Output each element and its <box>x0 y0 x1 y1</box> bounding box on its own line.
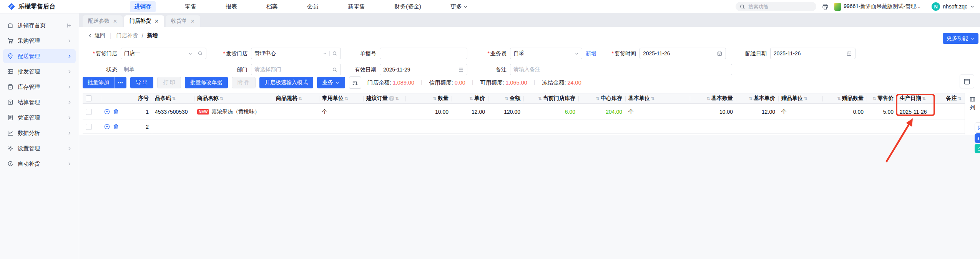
column-header-giftQty[interactable]: ⇅赠品数量 <box>822 93 867 103</box>
sort-icon[interactable]: ⇅ <box>596 96 600 101</box>
sort-icon[interactable]: ⇅ <box>470 96 473 101</box>
floating-chat-button[interactable] <box>975 122 980 133</box>
column-header-retail[interactable]: ⇅零售价 <box>867 93 897 103</box>
sort-icon[interactable]: ⇅ <box>958 96 962 101</box>
column-header-suggest[interactable]: 建议订量?⇅ <box>363 93 405 103</box>
sort-icon[interactable]: ⇅ <box>837 96 841 101</box>
salesman-field[interactable]: 自采 <box>510 48 582 59</box>
close-tab-icon[interactable]: ✕ <box>154 18 159 24</box>
sidebar-item-10[interactable]: 自动补货 <box>3 157 76 171</box>
sidebar-item-8[interactable]: 数据分析 <box>3 126 76 140</box>
top-nav-item-8[interactable]: 更多 <box>450 3 468 10</box>
sort-icon[interactable]: ⇅ <box>873 96 876 101</box>
attachment-button[interactable]: 附 件 <box>232 77 256 88</box>
column-header-amount[interactable]: ⇅金额 <box>488 93 523 103</box>
close-tab-icon[interactable]: ✕ <box>113 18 117 24</box>
delete-row-icon[interactable] <box>113 108 119 115</box>
sort-icon[interactable]: ⇅ <box>395 96 399 101</box>
sidebar-item-1[interactable]: 进销存首页 <box>3 18 76 32</box>
printer-icon[interactable] <box>822 3 829 10</box>
column-header-storeStock[interactable]: ⇅当前门店库存 <box>523 93 578 103</box>
user-menu[interactable]: N nhsoft.zqc <box>932 2 975 11</box>
sort-icon[interactable]: ⇅ <box>505 96 508 101</box>
column-header-baseUnit[interactable]: 基本单位⇅ <box>625 93 690 103</box>
search-input[interactable] <box>747 3 803 10</box>
floating-top-button[interactable] <box>975 144 980 153</box>
sort-icon[interactable]: ⇅ <box>172 96 176 101</box>
sidebar-item-3[interactable]: 配送管理 <box>3 49 76 63</box>
sidebar-item-6[interactable]: 结算管理 <box>3 95 76 109</box>
top-nav-item-1[interactable]: 进销存 <box>130 1 156 12</box>
column-header-baseQty[interactable]: ⇅基本数量 <box>690 93 736 103</box>
sort-icon[interactable]: ⇅ <box>707 96 710 101</box>
open-tab-3[interactable]: 收货单✕ <box>166 15 200 27</box>
print-button[interactable]: 打 印 <box>157 77 181 88</box>
store-switcher[interactable]: 99661-新界面果蔬版测试-管理... <box>834 3 920 11</box>
breadcrumb-parent[interactable]: 门店补货 <box>116 32 138 39</box>
sidebar-item-5[interactable]: 库存管理 <box>3 80 76 94</box>
top-nav-item-3[interactable]: 报表 <box>226 3 237 10</box>
sort-icon[interactable]: ⇅ <box>299 96 302 101</box>
sidebar-item-4[interactable]: 批发管理 <box>3 65 76 78</box>
column-header-barcode[interactable]: 品条码⇅ <box>152 93 194 103</box>
column-header-price[interactable]: ⇅单价 <box>452 93 488 103</box>
row-checkbox[interactable] <box>86 109 92 115</box>
help-icon[interactable]: ? <box>389 96 394 101</box>
open-tab-1[interactable]: 配送参数✕ <box>83 15 123 27</box>
column-header-spec[interactable]: 商品规格⇅ <box>273 93 319 103</box>
column-settings-label[interactable]: 列 <box>970 104 975 111</box>
column-header-qty[interactable]: ⇅数量 <box>405 93 452 103</box>
sidebar-collapse-icon[interactable] <box>66 23 72 28</box>
sidebar-item-9[interactable]: 设置管理 <box>3 141 76 155</box>
top-nav-item-4[interactable]: 档案 <box>266 3 278 10</box>
sort-icon[interactable]: ⇅ <box>345 96 348 101</box>
deliveryDate-field[interactable]: 2025-11-26 <box>770 48 855 59</box>
sidebar-item-7[interactable]: 凭证管理 <box>3 111 76 125</box>
column-header-basePrice[interactable]: ⇅基本单价 <box>736 93 778 103</box>
batch-add-button[interactable]: 批量添加⋯ <box>83 77 126 88</box>
add-row-icon[interactable] <box>104 123 110 130</box>
remark-field[interactable]: 请输入备注 <box>510 64 732 75</box>
reqStore-field[interactable]: 门店一 <box>121 48 206 59</box>
table-settings-button[interactable] <box>349 76 361 89</box>
sort-icon[interactable]: ⇅ <box>922 96 926 101</box>
top-nav-item-2[interactable]: 零售 <box>185 3 196 10</box>
select-caret-icon[interactable] <box>188 51 193 56</box>
batch-add-more-button[interactable]: ⋯ <box>114 77 126 88</box>
reqTime-field[interactable]: 2025-11-26 <box>639 48 726 59</box>
add-row-icon[interactable] <box>104 108 110 115</box>
more-functions-button[interactable]: 更多功能 <box>943 33 978 44</box>
column-header-note[interactable]: 备注⇅ <box>935 93 965 103</box>
sort-icon[interactable]: ⇅ <box>651 96 654 101</box>
back-button[interactable]: 返回 <box>88 32 105 39</box>
sort-icon[interactable]: ⇅ <box>804 96 807 101</box>
delete-row-icon[interactable] <box>113 123 119 130</box>
open-tab-2[interactable]: 门店补货✕ <box>124 15 164 27</box>
business-button[interactable]: 业务 <box>317 77 345 88</box>
sort-icon[interactable]: ⇅ <box>220 96 223 101</box>
sort-icon[interactable]: ⇅ <box>538 96 542 101</box>
validDate-field[interactable]: 2025-11-29 <box>380 64 467 75</box>
top-nav-item-5[interactable]: 会员 <box>307 3 319 10</box>
select-caret-icon[interactable] <box>575 51 579 56</box>
select-all-checkbox[interactable] <box>86 95 92 101</box>
top-nav-item-7[interactable]: 财务(资金) <box>394 3 421 10</box>
batch-edit-button[interactable]: 批量修改单据 <box>185 77 228 88</box>
floating-service-button[interactable] <box>975 133 980 143</box>
column-header-prodDate[interactable]: 生产日期⇅ <box>897 93 935 103</box>
column-header-giftUnit[interactable]: 赠品单位⇅ <box>778 93 822 103</box>
top-nav-item-6[interactable]: 新零售 <box>348 3 365 10</box>
column-header-name[interactable]: 商品名称⇅ <box>194 93 273 103</box>
card-view-button[interactable] <box>960 75 974 88</box>
column-header-centerStock[interactable]: ⇅中心库存 <box>578 93 625 103</box>
orderNo-field[interactable] <box>380 48 467 59</box>
sort-icon[interactable]: ⇅ <box>749 96 752 101</box>
column-header-select[interactable] <box>83 93 101 103</box>
export-button[interactable]: 导 出 <box>130 77 153 88</box>
close-tab-icon[interactable]: ✕ <box>191 18 195 24</box>
sort-icon[interactable]: ⇅ <box>433 96 437 101</box>
calendar-icon[interactable] <box>846 51 852 56</box>
column-header-unit[interactable]: 常用单位⇅ <box>319 93 363 103</box>
sidebar-item-2[interactable]: 采购管理 <box>3 34 76 48</box>
speed-input-button[interactable]: 开启极速输入模式 <box>259 77 313 88</box>
